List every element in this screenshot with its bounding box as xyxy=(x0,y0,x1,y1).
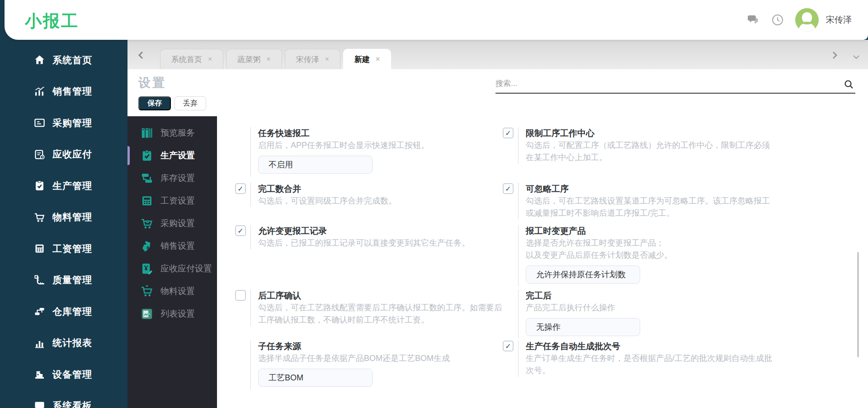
settings-toolbar: 设置 保存 丢弃 xyxy=(127,69,868,116)
sidebar-item-label: 销售管理 xyxy=(52,85,92,98)
tab-label: 蔬菜粥 xyxy=(237,54,260,65)
setting-limit-workcenter: ✓ 限制工序工作中心 勾选后，可配置工序（或工艺路线）允许的工作中心，限制工序必… xyxy=(503,127,868,183)
settings-nav-label: 应收应付设置 xyxy=(160,263,212,275)
subtask-source-select[interactable]: 工艺BOM xyxy=(258,369,373,387)
sidebar-item-production[interactable]: 生产管理 xyxy=(0,170,127,202)
app-window: 系统首页 销售管理 采购管理 应收应付 生产管理 物料管理 工资管理 质量管理 xyxy=(0,0,868,408)
chat-icon[interactable] xyxy=(746,13,760,27)
dashboard-monitor-icon xyxy=(33,400,46,408)
settings-body: 预览服务 生产设置 库存设置 工资设置 采购设置 xyxy=(127,116,868,408)
settings-nav-list[interactable]: 列表设置 xyxy=(127,303,217,325)
setting-desc: 启用后，APP任务报工时会显示快速报工按钮。 xyxy=(258,139,429,152)
sidebar-item-receivable[interactable]: 应收应付 xyxy=(0,139,127,171)
setting-title: 限制工序工作中心 xyxy=(526,127,770,139)
sidebar-item-label: 仓库管理 xyxy=(52,305,92,318)
tab-close-icon[interactable]: × xyxy=(376,55,380,63)
tabs: 系统首页 × 蔬菜粥 × 宋传泽 × 新建 × xyxy=(160,49,391,69)
setting-desc: 勾选后，已报工的报工记录可以直接变更到其它生产任务。 xyxy=(258,237,470,249)
sidebar-item-stats[interactable]: 统计报表 xyxy=(0,327,127,359)
vertical-scrollbar[interactable] xyxy=(857,252,859,357)
setting-title: 任务快速报工 xyxy=(258,127,429,139)
settings-nav-sales[interactable]: 销售设置 xyxy=(127,235,217,257)
post-process-confirm-checkbox[interactable] xyxy=(235,290,246,301)
tab-close-icon[interactable]: × xyxy=(325,55,329,63)
sidebar-item-warehouse[interactable]: 仓库管理 xyxy=(0,296,127,327)
production-clipboard-icon xyxy=(33,180,46,192)
cart-icon xyxy=(140,285,154,298)
setting-title: 完工数合并 xyxy=(258,183,396,195)
tabs-scroll-right-icon[interactable] xyxy=(830,51,839,60)
sidebar-item-home[interactable]: 系统首页 xyxy=(0,44,127,76)
salary-calculator-icon xyxy=(33,242,46,255)
sidebar-item-quality[interactable]: 质量管理 xyxy=(0,265,127,296)
stats-bars-icon xyxy=(33,337,46,349)
sidebar-item-dashboard[interactable]: 系统看板 xyxy=(0,390,127,408)
setting-desc: 在某工作中心上加工。 xyxy=(526,152,770,164)
auto-batch-checkbox[interactable]: ✓ xyxy=(503,341,514,351)
settings-nav-stock[interactable]: 库存设置 xyxy=(127,167,217,190)
settings-nav-purchase[interactable]: 采购设置 xyxy=(127,212,217,235)
settings-nav-label: 库存设置 xyxy=(160,172,195,184)
setting-title: 生产任务自动生成批次号 xyxy=(526,340,772,352)
setting-desc: 选择是否允许在报工时变更报工产品； xyxy=(526,237,672,249)
sidebar-item-label: 采购管理 xyxy=(52,117,92,129)
setting-title: 子任务来源 xyxy=(258,340,450,352)
tab-songchuanze[interactable]: 宋传泽 × xyxy=(285,49,340,69)
sidebar-item-sales[interactable]: 销售管理 xyxy=(0,76,127,108)
receivable-clipboard-icon xyxy=(33,148,46,161)
sidebar-item-purchase[interactable]: 采购管理 xyxy=(0,107,127,139)
quality-ruler-icon xyxy=(33,274,46,286)
tab-label: 新建 xyxy=(354,54,370,65)
tabs-list-dropdown-icon[interactable] xyxy=(852,52,861,62)
setting-title: 报工时变更产品 xyxy=(526,225,672,237)
sidebar-item-equipment[interactable]: 设备管理 xyxy=(0,359,127,390)
yen-document-icon xyxy=(140,262,154,275)
sidebar-item-label: 设备管理 xyxy=(52,368,92,381)
tabs-scroll-left-icon[interactable] xyxy=(137,51,146,60)
active-indicator xyxy=(127,146,130,165)
tab-vegetable-porridge[interactable]: 蔬菜粥 × xyxy=(226,49,282,69)
settings-nav: 预览服务 生产设置 库存设置 工资设置 采购设置 xyxy=(127,116,217,408)
clipboard-check-icon xyxy=(140,149,154,162)
page-title: 设置 xyxy=(138,75,166,91)
merge-finish-checkbox[interactable]: ✓ xyxy=(235,183,246,194)
allow-change-record-checkbox[interactable]: ✓ xyxy=(235,225,246,236)
settings-nav-material[interactable]: 物料设置 xyxy=(127,280,217,303)
avatar[interactable] xyxy=(795,8,819,32)
after-finish-select[interactable]: 无操作 xyxy=(526,318,640,336)
save-button[interactable]: 保存 xyxy=(138,96,171,110)
search-icon[interactable] xyxy=(844,79,854,90)
settings-nav-preview-service[interactable]: 预览服务 xyxy=(127,122,217,144)
search-input[interactable] xyxy=(495,76,830,92)
limit-workcenter-checkbox[interactable]: ✓ xyxy=(503,128,514,138)
sidebar-item-material[interactable]: 物料管理 xyxy=(0,202,127,233)
tab-close-icon[interactable]: × xyxy=(208,55,212,63)
tab-system-home[interactable]: 系统首页 × xyxy=(160,49,223,69)
setting-ignorable-process: ✓ 可忽略工序 勾选后，可在工艺路线设置某道工序为可忽略工序。该工序忽略报工 或… xyxy=(503,183,868,225)
stock-flow-icon xyxy=(140,171,154,185)
settings-nav-salary[interactable]: 工资设置 xyxy=(127,190,217,212)
settings-nav-label: 预览服务 xyxy=(160,127,195,139)
tab-new[interactable]: 新建 × xyxy=(343,49,391,69)
settings-nav-production[interactable]: 生产设置 xyxy=(127,144,217,167)
discard-button[interactable]: 丢弃 xyxy=(175,96,206,110)
cart-gear-icon xyxy=(140,217,154,230)
ignorable-process-checkbox[interactable]: ✓ xyxy=(503,183,514,194)
tab-close-icon[interactable]: × xyxy=(266,55,270,63)
change-product-select[interactable]: 允许并保持原任务计划数 xyxy=(526,266,640,284)
settings-nav-receivable[interactable]: 应收应付设置 xyxy=(127,257,217,280)
settings-nav-label: 销售设置 xyxy=(160,240,195,252)
clock-icon[interactable] xyxy=(771,13,784,27)
setting-desc: 产品完工后执行什么操作 xyxy=(526,302,640,314)
material-cart-icon xyxy=(33,211,46,223)
main-sidebar: 系统首页 销售管理 采购管理 应收应付 生产管理 物料管理 工资管理 质量管理 xyxy=(0,40,127,408)
list-image-icon xyxy=(140,307,154,321)
sidebar-item-salary[interactable]: 工资管理 xyxy=(0,233,127,265)
tab-label: 系统首页 xyxy=(171,54,202,65)
settings-nav-label: 列表设置 xyxy=(160,308,195,320)
sidebar-item-label: 系统首页 xyxy=(52,54,92,66)
setting-desc: 勾选后，可设置同级工序合并完成数。 xyxy=(258,195,396,207)
settings-grid: 任务快速报工 启用后，APP任务报工时会显示快速报工按钮。 不启用 ✓ 限制工序… xyxy=(217,116,868,408)
setting-desc: 次号。 xyxy=(526,365,772,377)
quick-report-select[interactable]: 不启用 xyxy=(258,156,373,174)
